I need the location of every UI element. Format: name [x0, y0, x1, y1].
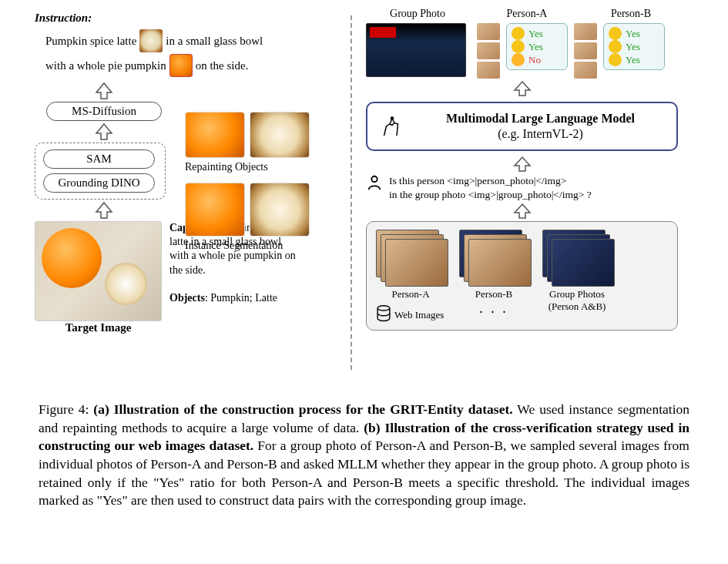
smile-icon — [609, 53, 622, 66]
latte-icon — [105, 263, 147, 305]
objects-label: Objects — [169, 292, 205, 304]
thumbnails-column: Repainting Objects Instance Segmentation — [185, 112, 347, 261]
person-a-label: Person-A — [469, 8, 585, 20]
result-yes: Yes — [528, 41, 543, 53]
instance-pumpkin-thumb — [185, 183, 245, 237]
mllm-box: Multimodal Large Language Model (e.g. In… — [366, 102, 678, 151]
up-arrow-icon — [35, 201, 173, 220]
msdiffusion-box: MS-Diffusion — [46, 102, 162, 121]
svg-point-2 — [377, 306, 390, 311]
result-yes: Yes — [626, 41, 640, 53]
pumpkin-thumb-icon — [169, 54, 193, 77]
svg-point-0 — [391, 116, 394, 120]
panel-divider — [351, 15, 352, 370]
person-icon — [366, 174, 383, 191]
panel-a: Instruction: Pumpkin spice latte in a sm… — [35, 8, 343, 378]
caption-part-a-title: (a) Illustration of the construction pro… — [93, 401, 512, 417]
person-a-stack — [376, 230, 445, 285]
group-photo-image — [366, 23, 466, 77]
smile-icon — [512, 40, 525, 53]
objects-text: : Pumpkin; Latte — [205, 292, 277, 304]
sample-face-icon — [477, 23, 500, 40]
stack-label-group: Group Photos (Person A&B) — [542, 288, 612, 313]
instr-text: Pumpkin spice latte — [45, 31, 136, 51]
result-yes: Yes — [626, 28, 640, 40]
result-no: No — [528, 54, 541, 66]
sample-face-icon — [574, 62, 597, 79]
repaint-pumpkin-thumb — [185, 112, 245, 158]
figure-caption: Figure 4: (a) Illustration of the constr… — [39, 401, 689, 510]
mllm-title: Multimodal Large Language Model (e.g. In… — [415, 111, 666, 142]
up-arrow-icon — [35, 82, 173, 100]
instance-latte-thumb — [250, 183, 310, 237]
llama-rider-icon — [378, 112, 406, 140]
svg-point-1 — [371, 176, 377, 182]
web-images-label: Web Images — [394, 309, 444, 321]
instance-seg-label: Instance Segmentation — [185, 240, 347, 252]
query-text: Is this person <img>|person_photo|</img>… — [389, 174, 592, 201]
up-arrow-icon — [366, 156, 678, 173]
smile-icon — [512, 27, 525, 40]
instruction-header: Instruction: — [35, 12, 92, 24]
group-photo-label: Group Photo — [366, 8, 469, 20]
sample-face-icon — [574, 23, 597, 40]
up-arrow-icon — [35, 123, 173, 141]
latte-thumb-icon — [139, 29, 163, 52]
grounding-dino-box: Grounding DINO — [43, 173, 155, 193]
frown-icon — [512, 53, 525, 66]
sample-face-icon — [574, 42, 597, 59]
result-yes: Yes — [626, 54, 640, 66]
sam-box: SAM — [43, 149, 155, 169]
sample-face-icon — [477, 42, 500, 59]
ellipsis: . . . — [459, 300, 528, 317]
repainting-label: Repainting Objects — [185, 161, 347, 173]
person-b-samples — [574, 23, 597, 79]
database-icon — [376, 305, 391, 322]
person-a-samples — [477, 23, 500, 79]
instr-text: with a whole pie pumpkin — [45, 55, 166, 76]
pumpkin-icon — [42, 228, 102, 288]
smile-icon — [609, 27, 622, 40]
person-b-stack — [459, 230, 528, 285]
segmentation-group: SAM Grounding DINO — [35, 143, 166, 200]
instr-text: in a small glass bowl — [166, 31, 263, 51]
figure-number: Figure 4: — [39, 401, 93, 417]
person-b-label: Person-B — [585, 8, 677, 20]
mllm-subtitle: (e.g. InternVL-2) — [415, 126, 666, 142]
result-yes: Yes — [528, 28, 543, 40]
stack-label-pa: Person-A — [376, 288, 445, 300]
repaint-latte-thumb — [250, 112, 310, 158]
smile-icon — [609, 40, 622, 53]
up-arrow-icon — [366, 80, 678, 97]
group-photos-stack — [542, 230, 612, 285]
target-image-label: Target Image — [35, 321, 162, 334]
instr-text: on the side. — [196, 55, 249, 76]
person-b-results: Yes Yes Yes — [603, 23, 665, 70]
up-arrow-icon — [366, 203, 678, 220]
sample-face-icon — [477, 62, 500, 79]
instruction-block: Instruction: Pumpkin spice latte in a sm… — [35, 8, 343, 77]
stack-label-pb: Person-B — [459, 288, 528, 300]
panel-b: Group Photo Person-A Person-B Yes Yes No — [366, 8, 697, 378]
web-images-box: Person-A Web Images Person-B . . . — [366, 221, 678, 331]
person-a-results: Yes Yes No — [506, 23, 568, 70]
top-labels-row: Group Photo Person-A Person-B — [366, 8, 697, 20]
query-row: Is this person <img>|person_photo|</img>… — [366, 174, 697, 201]
figure-area: Instruction: Pumpkin spice latte in a sm… — [0, 0, 728, 385]
target-image — [35, 221, 162, 321]
